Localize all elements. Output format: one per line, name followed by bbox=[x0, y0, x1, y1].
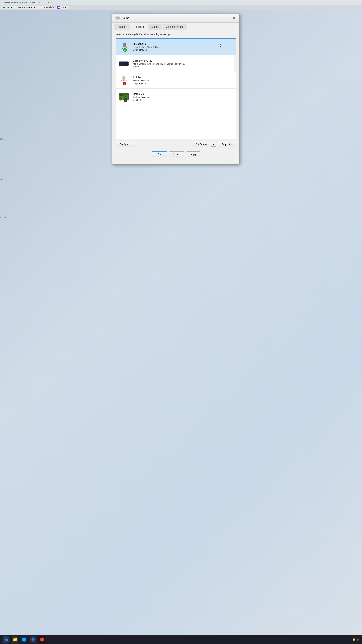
device-microphone[interactable]: ✓ Microphone HyperX Cloud Alpha S Chat D… bbox=[116, 38, 236, 55]
tabs-bar: Playback Recording Sounds Communications bbox=[112, 23, 240, 30]
svg-rect-21 bbox=[124, 94, 128, 95]
taskbar-browser2[interactable]: 🔵 bbox=[30, 636, 36, 643]
title-left: Sound bbox=[115, 16, 129, 20]
tab-edash[interactable]: ed Dashbo bbox=[56, 6, 69, 9]
svg-rect-14 bbox=[128, 63, 129, 64]
tab-communications[interactable]: Communications bbox=[163, 24, 187, 30]
edash-icon: ed bbox=[57, 6, 60, 8]
svg-rect-18 bbox=[123, 76, 125, 77]
device-microphone-status: Default Device bbox=[133, 49, 234, 51]
close-button[interactable]: ✕ bbox=[231, 16, 237, 21]
wix-icon: WIX bbox=[17, 6, 21, 8]
divider bbox=[116, 149, 236, 150]
svg-rect-23 bbox=[120, 97, 121, 99]
taskbar-chrome[interactable]: 🔴 bbox=[39, 636, 45, 643]
device-jack-info: Jack Mic Realtek(R) Audio Not plugged in bbox=[132, 76, 234, 84]
edge-text-1: 19... bbox=[0, 138, 4, 140]
taskbar-wifi-icon: 📶 bbox=[353, 638, 355, 641]
device-array-name: Microphone Array bbox=[132, 59, 234, 62]
tab-recording[interactable]: Recording bbox=[131, 24, 148, 30]
set-default-button[interactable]: Set Default bbox=[192, 142, 211, 147]
tab-youdao[interactable]: Y 有道首页 bbox=[42, 6, 55, 10]
empty-space bbox=[116, 105, 236, 139]
sound-dialog: Sound ✕ Playback Recording Sounds Commun… bbox=[112, 14, 240, 164]
tab-sounds[interactable]: Sounds bbox=[148, 24, 162, 30]
svg-rect-12 bbox=[125, 62, 126, 64]
device-stereo-mix[interactable]: ↓ Stereo Mix Realtek(R) Audio Disabled bbox=[116, 88, 236, 105]
taskbar-volume-icon[interactable]: 🔊 bbox=[357, 638, 359, 641]
set-default-arrow-button[interactable]: ▼ bbox=[211, 142, 216, 146]
edge-text-2: ual bbox=[0, 178, 3, 180]
device-list: ✓ Microphone HyperX Cloud Alpha S Chat D… bbox=[116, 38, 236, 139]
microphone-badge: ✓ bbox=[123, 48, 127, 52]
scrollbar-track[interactable] bbox=[234, 55, 236, 72]
svg-rect-24 bbox=[122, 97, 123, 98]
sound-icon bbox=[115, 16, 120, 20]
dialog-titlebar: Sound ✕ bbox=[112, 14, 240, 23]
svg-rect-10 bbox=[120, 62, 122, 64]
set-default-group: Set Default ▼ Properties bbox=[192, 142, 236, 147]
device-stereo-status: Disabled bbox=[132, 98, 234, 101]
apply-button[interactable]: Apply bbox=[187, 152, 200, 157]
device-icon-jack: ↓ bbox=[118, 74, 130, 86]
ok-button[interactable]: OK bbox=[152, 152, 167, 157]
properties-button[interactable]: Properties bbox=[218, 142, 236, 147]
desktop: 19... ual r Free Sound ✕ Playback bbox=[0, 10, 362, 644]
instruction-text: Select a recording device below to modif… bbox=[116, 33, 236, 36]
device-microphone-detail: HyperX Cloud Alpha S Chat bbox=[133, 46, 234, 48]
svg-rect-20 bbox=[120, 94, 123, 96]
device-stereo-info: Stereo Mix Realtek(R) Audio Disabled bbox=[132, 92, 234, 101]
taskbar-zoom[interactable]: 📹 bbox=[3, 636, 9, 643]
cancel-button[interactable]: Cancel bbox=[169, 152, 184, 157]
device-jack-name: Jack Mic bbox=[132, 76, 234, 79]
device-jack-status: Not plugged in bbox=[132, 82, 234, 84]
browser-url-bar: ...6650632940448ei=ftk-Y-6aAorV4-EP2f28q… bbox=[0, 0, 362, 5]
url-text: ...6650632940448ei=ftk-Y-6aAorV4-EP2f28q… bbox=[2, 1, 360, 3]
taskbar: 📹 📁 🌐 🔵 🔴 ∧ 📶 🔊 bbox=[0, 635, 362, 644]
taskbar-right: ∧ 📶 🔊 bbox=[350, 638, 359, 641]
device-icon-stereo: ↓ bbox=[118, 91, 130, 103]
svg-rect-13 bbox=[119, 63, 119, 64]
device-microphone-name: Microphone bbox=[133, 42, 234, 45]
youdao-icon: Y bbox=[43, 6, 45, 9]
ok-cancel-row: OK Cancel Apply bbox=[116, 152, 236, 157]
edge-text-3: r Free bbox=[0, 216, 6, 219]
stereo-badge: ↓ bbox=[124, 98, 127, 102]
taskbar-ie[interactable]: 🌐 bbox=[21, 636, 27, 643]
dialog-bottom: Configure Set Default ▼ Properties OK Ca… bbox=[112, 139, 240, 160]
tab-wix[interactable]: WIX Wix Website Editor... bbox=[16, 6, 41, 9]
dialog-content: Select a recording device below to modif… bbox=[112, 30, 240, 139]
svg-rect-11 bbox=[123, 62, 124, 64]
device-icon-array bbox=[118, 58, 130, 70]
cursor bbox=[220, 44, 222, 47]
tab-cpu[interactable]: 💻 CPU Edu bbox=[1, 6, 15, 9]
cpu-icon: 💻 bbox=[3, 6, 5, 9]
svg-rect-22 bbox=[124, 96, 126, 97]
tab-playback[interactable]: Playback bbox=[114, 24, 130, 30]
device-icon-microphone: ✓ bbox=[118, 41, 130, 53]
device-array-status: Ready bbox=[132, 66, 234, 68]
taskbar-folder[interactable]: 📁 bbox=[12, 636, 18, 643]
device-microphone-array[interactable]: Microphone Array Intel® Smart Sound Tech… bbox=[116, 55, 236, 72]
svg-marker-7 bbox=[220, 44, 222, 47]
jack-badge: ↓ bbox=[123, 82, 126, 85]
configure-button[interactable]: Configure bbox=[116, 142, 134, 147]
taskbar-chevron[interactable]: ∧ bbox=[350, 638, 351, 641]
device-jack-detail: Realtek(R) Audio bbox=[132, 79, 234, 82]
device-stereo-name: Stereo Mix bbox=[132, 92, 234, 95]
device-stereo-detail: Realtek(R) Audio bbox=[132, 96, 234, 98]
device-array-info: Microphone Array Intel® Smart Sound Tech… bbox=[132, 59, 234, 68]
device-jack-mic[interactable]: ↓ Jack Mic Realtek(R) Audio Not plugged … bbox=[116, 72, 236, 88]
device-microphone-info: Microphone HyperX Cloud Alpha S Chat Def… bbox=[133, 42, 234, 51]
device-array-detail: Intel® Smart Sound Technology for Digita… bbox=[132, 62, 234, 65]
dialog-title-text: Sound bbox=[121, 16, 129, 20]
svg-rect-6 bbox=[123, 43, 125, 44]
